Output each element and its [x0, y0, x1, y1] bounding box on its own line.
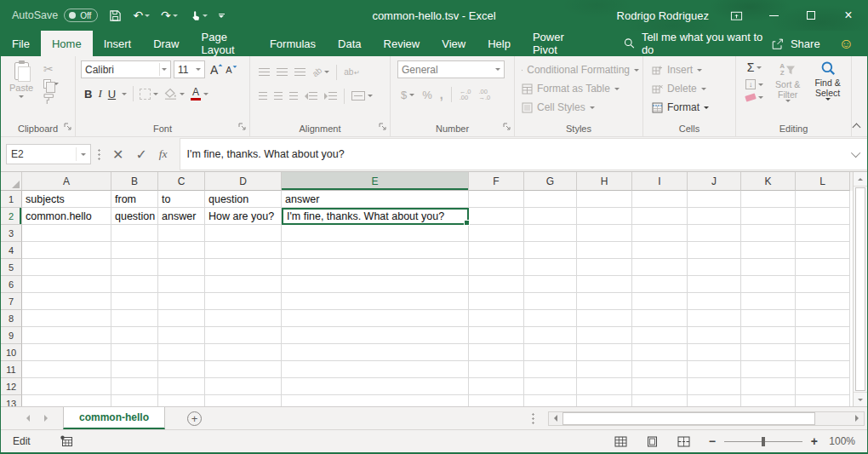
scroll-down-button[interactable] — [854, 392, 867, 406]
cell-B6[interactable] — [111, 276, 158, 293]
cell-E12[interactable] — [282, 378, 469, 395]
cell-G6[interactable] — [524, 276, 577, 293]
cell-H2[interactable] — [577, 208, 632, 225]
underline-button[interactable]: U — [108, 88, 116, 101]
cell-D12[interactable] — [205, 378, 282, 395]
cell-D2[interactable]: How are you? — [205, 208, 282, 225]
italic-button[interactable]: I — [98, 87, 101, 101]
cell-L3[interactable] — [796, 225, 850, 242]
cell-I7[interactable] — [632, 293, 688, 310]
cell-F2[interactable] — [469, 208, 524, 225]
cell-J6[interactable] — [688, 276, 741, 293]
cell-E7[interactable] — [282, 293, 469, 310]
cell-C13[interactable] — [158, 395, 205, 406]
cell-J12[interactable] — [688, 378, 741, 395]
cell-I12[interactable] — [632, 378, 688, 395]
paste-button[interactable]: Paste — [6, 60, 37, 121]
underline-caret-icon[interactable] — [122, 93, 127, 95]
cell-C12[interactable] — [158, 378, 205, 395]
cell-J9[interactable] — [688, 327, 741, 344]
decrease-decimal-button[interactable]: .00→.0 — [478, 89, 490, 101]
cell-K10[interactable] — [741, 344, 796, 361]
page-layout-view-button[interactable] — [646, 436, 659, 447]
cell-I13[interactable] — [632, 395, 688, 406]
cell-A12[interactable] — [22, 378, 111, 395]
cell-G1[interactable] — [524, 191, 577, 208]
cell-C2[interactable]: answer — [158, 208, 205, 225]
cell-I6[interactable] — [632, 276, 688, 293]
next-sheet-button[interactable] — [44, 415, 48, 422]
cell-A9[interactable] — [22, 327, 111, 344]
cell-C4[interactable] — [158, 242, 205, 259]
zoom-level[interactable]: 100% — [826, 435, 855, 447]
fill-button[interactable]: ↓ — [745, 79, 763, 89]
zoom-in-button[interactable]: + — [811, 434, 818, 448]
cell-C1[interactable]: to — [158, 191, 205, 208]
cell-G2[interactable] — [524, 208, 577, 225]
cell-I8[interactable] — [632, 310, 688, 327]
cell-D3[interactable] — [205, 225, 282, 242]
row-header-13[interactable]: 13 — [1, 395, 22, 406]
cell-F11[interactable] — [469, 361, 524, 378]
collapse-ribbon-button[interactable] — [853, 124, 861, 132]
cell-I3[interactable] — [632, 225, 688, 242]
cell-D4[interactable] — [205, 242, 282, 259]
row-header-6[interactable]: 6 — [1, 276, 22, 293]
cell-H8[interactable] — [577, 310, 632, 327]
wrap-text-button[interactable]: ab↵ — [344, 67, 360, 77]
cell-I10[interactable] — [632, 344, 688, 361]
minimize-button[interactable] — [755, 0, 792, 31]
tab-data[interactable]: Data — [327, 31, 372, 56]
cell-C5[interactable] — [158, 259, 205, 276]
macro-record-button[interactable] — [60, 435, 73, 447]
number-dialog-launcher[interactable] — [503, 121, 511, 133]
cell-F9[interactable] — [469, 327, 524, 344]
cell-K9[interactable] — [741, 327, 796, 344]
cell-F6[interactable] — [469, 276, 524, 293]
customize-qat-button[interactable] — [219, 14, 225, 18]
cell-L12[interactable] — [796, 378, 850, 395]
comma-style-button[interactable]: , — [440, 88, 443, 101]
format-painter-button[interactable] — [43, 93, 54, 107]
tab-formulas[interactable]: Formulas — [259, 31, 327, 56]
merge-center-button[interactable] — [351, 91, 373, 101]
cell-E9[interactable] — [282, 327, 469, 344]
formula-input[interactable]: I'm fine, thanks. What about you? — [180, 138, 867, 170]
column-header-B[interactable]: B — [111, 172, 158, 191]
tab-page-layout[interactable]: Page Layout — [191, 31, 259, 56]
column-header-H[interactable]: H — [577, 172, 632, 191]
cell-D9[interactable] — [205, 327, 282, 344]
column-header-K[interactable]: K — [741, 172, 796, 191]
cell-E4[interactable] — [282, 242, 469, 259]
shrink-font-button[interactable]: A — [223, 65, 234, 75]
cell-F3[interactable] — [469, 225, 524, 242]
select-all-corner[interactable] — [1, 172, 22, 191]
cell-F10[interactable] — [469, 344, 524, 361]
autosave-pill[interactable]: Off — [64, 9, 98, 22]
feedback-smiley-button[interactable]: ☺ — [839, 31, 854, 56]
tab-view[interactable]: View — [431, 31, 477, 56]
cell-styles-button[interactable]: Cell Styles — [522, 99, 639, 116]
cell-F1[interactable] — [469, 191, 524, 208]
cell-D5[interactable] — [205, 259, 282, 276]
find-select-button[interactable]: Find & Select — [808, 60, 848, 121]
cell-I5[interactable] — [632, 259, 688, 276]
maximize-button[interactable] — [792, 0, 830, 31]
tab-help[interactable]: Help — [477, 31, 522, 56]
cell-K7[interactable] — [741, 293, 796, 310]
cell-E6[interactable] — [282, 276, 469, 293]
cell-D11[interactable] — [205, 361, 282, 378]
alignment-dialog-launcher[interactable] — [379, 121, 386, 133]
scroll-up-button[interactable] — [854, 172, 867, 187]
cell-J7[interactable] — [688, 293, 741, 310]
tab-scrollbar-splitter[interactable] — [532, 412, 534, 425]
cell-B5[interactable] — [111, 259, 158, 276]
page-break-view-button[interactable] — [677, 436, 690, 447]
align-left-button[interactable] — [259, 92, 267, 100]
cell-F8[interactable] — [469, 310, 524, 327]
row-header-3[interactable]: 3 — [1, 225, 22, 242]
vertical-scrollbar[interactable] — [853, 172, 867, 406]
cell-F13[interactable] — [469, 395, 524, 406]
align-right-button[interactable] — [289, 92, 298, 100]
cell-H3[interactable] — [577, 225, 632, 242]
